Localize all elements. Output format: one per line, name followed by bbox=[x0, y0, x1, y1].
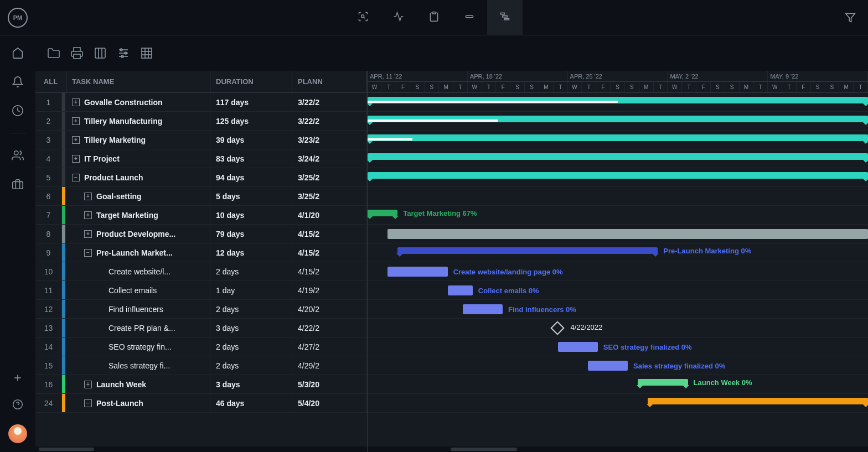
planned-cell[interactable]: 4/19/2 bbox=[292, 281, 367, 299]
notification-icon[interactable] bbox=[11, 75, 24, 89]
planned-cell[interactable]: 5/3/20 bbox=[292, 375, 367, 393]
table-scrollbar[interactable] bbox=[35, 446, 367, 452]
expand-toggle[interactable]: + bbox=[84, 211, 92, 219]
planned-cell[interactable]: 3/22/2 bbox=[292, 112, 367, 130]
link-button[interactable] bbox=[452, 0, 487, 35]
gantt-bar[interactable]: Launch Week 0% bbox=[638, 379, 688, 386]
task-name-cell[interactable]: Find influencers bbox=[66, 300, 210, 318]
planned-cell[interactable]: 3/25/2 bbox=[292, 168, 367, 186]
expand-toggle[interactable]: + bbox=[72, 155, 80, 163]
gantt-row[interactable]: Create website/landing page 0% bbox=[368, 262, 868, 281]
duration-cell[interactable]: 3 days bbox=[210, 319, 292, 337]
gantt-bar[interactable] bbox=[368, 172, 868, 179]
expand-toggle[interactable]: − bbox=[84, 249, 92, 257]
gantt-row[interactable]: Sales strategy finalized 0% bbox=[368, 356, 868, 375]
gantt-row[interactable] bbox=[368, 187, 868, 206]
expand-toggle[interactable]: − bbox=[84, 399, 92, 407]
expand-toggle[interactable]: + bbox=[72, 98, 80, 106]
task-name-cell[interactable]: Sales strategy fi... bbox=[66, 356, 210, 375]
table-row[interactable]: 14SEO strategy fin...2 days4/27/2 bbox=[35, 337, 367, 356]
duration-cell[interactable]: 83 days bbox=[210, 149, 292, 168]
task-name-cell[interactable]: −Pre-Launch Market... bbox=[66, 243, 210, 262]
duration-cell[interactable]: 12 days bbox=[210, 243, 292, 262]
table-row[interactable]: 1+Govalle Construction117 days3/22/2 bbox=[35, 93, 367, 112]
home-icon[interactable] bbox=[11, 46, 24, 60]
table-row[interactable]: 9−Pre-Launch Market...12 days4/15/2 bbox=[35, 243, 367, 262]
duration-cell[interactable]: 2 days bbox=[210, 262, 292, 280]
grid-icon[interactable] bbox=[140, 46, 154, 60]
task-name-cell[interactable]: Collect emails bbox=[66, 281, 210, 299]
gantt-row[interactable] bbox=[368, 225, 868, 243]
planned-cell[interactable]: 3/23/2 bbox=[292, 131, 367, 149]
table-row[interactable]: 2+Tillery Manufacturing125 days3/22/2 bbox=[35, 112, 367, 131]
planned-cell[interactable]: 4/15/2 bbox=[292, 243, 367, 262]
duration-cell[interactable]: 3 days bbox=[210, 375, 292, 393]
gantt-row[interactable]: Launch Week 0% bbox=[368, 375, 868, 394]
gantt-row[interactable] bbox=[368, 93, 868, 112]
gantt-view-button[interactable] bbox=[487, 0, 523, 35]
duration-cell[interactable]: 5 days bbox=[210, 187, 292, 205]
expand-toggle[interactable]: + bbox=[72, 136, 80, 144]
gantt-bar[interactable] bbox=[648, 398, 868, 404]
search-zoom-button[interactable] bbox=[345, 0, 381, 35]
header-name[interactable]: TASK NAME bbox=[66, 71, 210, 92]
milestone-icon[interactable] bbox=[551, 321, 565, 335]
task-name-cell[interactable]: SEO strategy fin... bbox=[66, 337, 210, 356]
gantt-body[interactable]: Target Marketing 67%Pre-Launch Marketing… bbox=[368, 93, 868, 446]
gantt-bar[interactable]: Sales strategy finalized 0% bbox=[588, 361, 628, 371]
duration-cell[interactable]: 125 days bbox=[210, 112, 292, 130]
expand-toggle[interactable]: − bbox=[72, 174, 80, 181]
gantt-row[interactable] bbox=[368, 112, 868, 131]
logo[interactable]: PM bbox=[0, 8, 35, 28]
clipboard-button[interactable] bbox=[416, 0, 452, 35]
gantt-bar[interactable]: SEO strategy finalized 0% bbox=[558, 342, 598, 352]
task-name-cell[interactable]: +IT Project bbox=[66, 149, 210, 168]
planned-cell[interactable]: 4/15/2 bbox=[292, 262, 367, 280]
duration-cell[interactable]: 10 days bbox=[210, 206, 292, 224]
duration-cell[interactable]: 1 day bbox=[210, 281, 292, 299]
gantt-row[interactable]: Find influencers 0% bbox=[368, 300, 868, 319]
duration-cell[interactable]: 46 days bbox=[210, 394, 292, 412]
gantt-bar[interactable] bbox=[368, 153, 868, 160]
duration-cell[interactable]: 2 days bbox=[210, 356, 292, 375]
gantt-bar[interactable]: Collect emails 0% bbox=[448, 285, 473, 295]
task-name-cell[interactable]: −Product Launch bbox=[66, 168, 210, 186]
header-all[interactable]: ALL bbox=[35, 71, 66, 92]
planned-cell[interactable]: 4/22/2 bbox=[292, 319, 367, 337]
gantt-row[interactable] bbox=[368, 131, 868, 149]
table-row[interactable]: 3+Tillery Marketing39 days3/23/2 bbox=[35, 131, 367, 149]
expand-toggle[interactable]: + bbox=[84, 381, 92, 388]
team-icon[interactable] bbox=[11, 149, 24, 162]
activity-button[interactable] bbox=[381, 0, 416, 35]
gantt-bar[interactable]: Target Marketing 67% bbox=[368, 210, 397, 216]
planned-cell[interactable]: 4/29/2 bbox=[292, 356, 367, 375]
help-icon[interactable] bbox=[11, 398, 24, 411]
planned-cell[interactable]: 3/25/2 bbox=[292, 187, 367, 205]
task-name-cell[interactable]: +Goal-setting bbox=[66, 187, 210, 205]
gantt-row[interactable]: Collect emails 0% bbox=[368, 281, 868, 300]
table-row[interactable]: 24−Post-Launch46 days5/4/20 bbox=[35, 394, 367, 413]
sliders-icon[interactable] bbox=[116, 46, 131, 60]
gantt-scrollbar[interactable] bbox=[368, 446, 868, 452]
task-name-cell[interactable]: Create website/l... bbox=[66, 262, 210, 280]
planned-cell[interactable]: 4/15/2 bbox=[292, 225, 367, 243]
table-row[interactable]: 11Collect emails1 day4/19/2 bbox=[35, 281, 367, 300]
add-icon[interactable] bbox=[11, 371, 24, 385]
table-row[interactable]: 7+Target Marketing10 days4/1/20 bbox=[35, 206, 367, 225]
task-name-cell[interactable]: −Post-Launch bbox=[66, 394, 210, 412]
duration-cell[interactable]: 94 days bbox=[210, 168, 292, 186]
header-planned[interactable]: PLANN bbox=[292, 71, 367, 92]
expand-toggle[interactable]: + bbox=[84, 193, 92, 200]
task-name-cell[interactable]: +Tillery Marketing bbox=[66, 131, 210, 149]
planned-cell[interactable]: 4/1/20 bbox=[292, 206, 367, 224]
folder-icon[interactable] bbox=[46, 46, 61, 60]
gantt-bar[interactable] bbox=[368, 134, 868, 141]
planned-cell[interactable]: 4/20/2 bbox=[292, 300, 367, 318]
planned-cell[interactable]: 5/4/20 bbox=[292, 394, 367, 412]
task-name-cell[interactable]: +Govalle Construction bbox=[66, 93, 210, 111]
table-row[interactable]: 16+Launch Week3 days5/3/20 bbox=[35, 375, 367, 394]
table-row[interactable]: 15Sales strategy fi...2 days4/29/2 bbox=[35, 356, 367, 375]
duration-cell[interactable]: 79 days bbox=[210, 225, 292, 243]
expand-toggle[interactable]: + bbox=[84, 230, 92, 238]
gantt-row[interactable]: 4/22/2022 bbox=[368, 319, 868, 337]
